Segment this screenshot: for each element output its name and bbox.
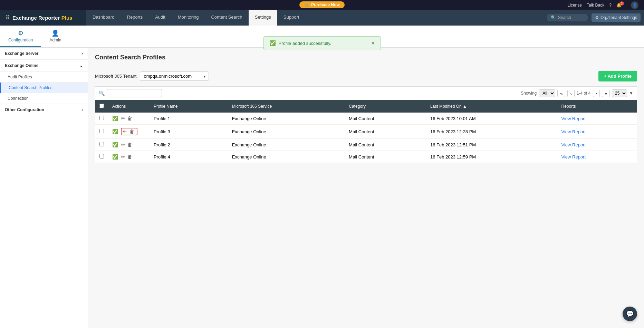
last-page-button[interactable]: »: [602, 90, 610, 97]
success-banner: ✅ Profile added successfully. ✕: [263, 48, 381, 50]
purchase-bar: 🛒 Purchase Now License Talk Back ? 🔔2 👤: [0, 0, 644, 10]
category-cell: Mail Content: [345, 151, 426, 163]
floating-help-button[interactable]: 💬: [623, 307, 637, 321]
user-avatar[interactable]: 👤: [631, 1, 638, 9]
first-page-button[interactable]: «: [557, 90, 565, 97]
service-header: Microsoft 365 Service: [228, 100, 345, 113]
table-search-input[interactable]: [107, 89, 162, 97]
prev-page-button[interactable]: ‹: [567, 90, 574, 97]
select-all-checkbox[interactable]: [99, 104, 104, 108]
grid-icon: ⠿: [6, 15, 10, 21]
row-checkbox-0[interactable]: [99, 116, 104, 120]
activate-icon-0[interactable]: ✅: [112, 116, 118, 121]
select-all-header: [95, 100, 108, 113]
talk-back-link[interactable]: Talk Back: [587, 3, 604, 8]
sidebar-item-audit-profiles[interactable]: Audit Profiles: [0, 72, 88, 83]
last-modified-cell: 16 Feb 2023 12:59 PM: [426, 151, 557, 163]
actions-cell: ✅ ✏ 🗑: [108, 113, 150, 125]
view-report-link-0[interactable]: View Report: [561, 116, 586, 121]
help-link[interactable]: ?: [609, 3, 612, 8]
sidebar-item-connection[interactable]: Connection: [0, 93, 88, 104]
cart-icon: 🛒: [304, 2, 309, 7]
edit-icon-3[interactable]: ✏: [121, 154, 125, 160]
tenant-select-wrapper: ompqa.onmicrosoft.com: [140, 71, 209, 81]
category-cell: Mail Content: [345, 113, 426, 125]
actions-cell: ✅ ✏ 🗑: [108, 151, 150, 163]
tab-support[interactable]: Support: [277, 10, 306, 26]
per-page-select[interactable]: 25: [612, 89, 627, 97]
chevron-down-icon: ⌄: [79, 63, 83, 68]
org-tenant-settings-button[interactable]: ⚙ Org/Tenant Settings: [592, 13, 641, 22]
profile-name-cell: Profile 2: [150, 139, 228, 151]
tab-audit[interactable]: Audit: [149, 10, 172, 26]
last-modified-header[interactable]: Last Modified On ▲: [426, 100, 557, 113]
report-cell: View Report: [557, 125, 637, 139]
tab-dashboard[interactable]: Dashboard: [86, 10, 121, 26]
sidebar-exchange-online[interactable]: Exchange Online ⌄: [0, 60, 88, 72]
edit-icon-2[interactable]: ✏: [121, 142, 125, 147]
sub-tab-admin[interactable]: 👤 Admin: [41, 26, 69, 47]
tab-settings[interactable]: Settings: [249, 10, 277, 26]
sidebar-item-content-search-profiles[interactable]: Content Search Profiles: [0, 83, 88, 93]
last-modified-cell: 16 Feb 2023 12:28 PM: [426, 125, 557, 139]
row-checkbox-1[interactable]: [99, 129, 104, 133]
add-profile-button[interactable]: + Add Profile: [598, 71, 637, 81]
delete-icon-2[interactable]: 🗑: [127, 142, 132, 147]
content-area: Exchange Server › Exchange Online ⌄ Audi…: [0, 48, 644, 328]
tab-reports[interactable]: Reports: [121, 10, 149, 26]
activate-icon-3[interactable]: ✅: [112, 154, 118, 160]
admin-icon: 👤: [51, 29, 59, 37]
profile-name-header: Profile Name: [150, 100, 228, 113]
config-icon: ⚙: [18, 29, 23, 37]
profiles-table: Actions Profile Name Microsoft 365 Servi…: [95, 100, 637, 163]
activate-icon-2[interactable]: ✅: [112, 142, 118, 147]
top-right-links: License Talk Back ? 🔔2 👤: [568, 1, 638, 9]
profile-name-cell: Profile 4: [150, 151, 228, 163]
tab-monitoring[interactable]: Monitoring: [172, 10, 205, 26]
reports-header: Reports: [557, 100, 637, 113]
edit-icon-1[interactable]: ✏: [123, 129, 127, 134]
brand-name: Exchange Reporter Plus: [12, 15, 72, 21]
table-row: ✅ ✏ 🗑 Profile 2Exchange OnlineMail Conte…: [95, 139, 637, 151]
service-cell: Exchange Online: [228, 151, 345, 163]
per-page-arrow: ▼: [629, 91, 633, 96]
service-cell: Exchange Online: [228, 125, 345, 139]
row-checkbox-3[interactable]: [99, 154, 104, 158]
showing-select[interactable]: All: [539, 89, 555, 97]
delete-icon-1[interactable]: 🗑: [129, 129, 134, 134]
chat-icon: 💬: [626, 310, 634, 318]
actions-header: Actions: [108, 100, 150, 113]
sidebar-other-configuration[interactable]: Other Configuration ›: [0, 104, 88, 116]
sidebar: Exchange Server › Exchange Online ⌄ Audi…: [0, 48, 88, 328]
row-checkbox-2[interactable]: [99, 142, 104, 146]
showing-label: Showing: [521, 91, 537, 96]
activate-icon-1[interactable]: ✅: [112, 129, 118, 134]
license-link[interactable]: License: [568, 3, 582, 8]
category-cell: Mail Content: [345, 139, 426, 151]
tab-content-search[interactable]: Content Search: [205, 10, 248, 26]
view-report-link-2[interactable]: View Report: [561, 142, 586, 147]
tenant-label: Microsoft 365 Tenant: [95, 74, 136, 79]
tenant-select[interactable]: ompqa.onmicrosoft.com: [140, 71, 209, 81]
search-table-icon: 🔍: [99, 90, 105, 96]
pagination-area: Showing All « ‹ 1-4 of 4 › » 25 ▼: [521, 89, 633, 97]
delete-icon-3[interactable]: 🗑: [127, 154, 132, 160]
sub-tab-configuration[interactable]: ⚙ Configuration: [0, 26, 41, 47]
nav-search-box[interactable]: 🔍 Search: [547, 14, 588, 21]
actions-cell: ✅ ✏ 🗑: [108, 125, 150, 139]
nav-right: 🔍 Search ⚙ Org/Tenant Settings: [547, 10, 644, 26]
actions-cell: ✅ ✏ 🗑: [108, 139, 150, 151]
delete-icon-0[interactable]: 🗑: [127, 116, 132, 121]
edit-icon-0[interactable]: ✏: [121, 116, 125, 121]
page-title: Content Search Profiles: [95, 54, 165, 61]
view-report-link-1[interactable]: View Report: [561, 129, 586, 134]
sidebar-exchange-server[interactable]: Exchange Server ›: [0, 48, 88, 60]
purchase-now-button[interactable]: 🛒 Purchase Now: [299, 1, 345, 8]
service-cell: Exchange Online: [228, 139, 345, 151]
gear-icon: ⚙: [595, 15, 599, 20]
service-cell: Exchange Online: [228, 113, 345, 125]
notification-icon[interactable]: 🔔2: [616, 3, 626, 8]
next-page-button[interactable]: ›: [593, 90, 600, 97]
category-cell: Mail Content: [345, 125, 426, 139]
view-report-link-3[interactable]: View Report: [561, 154, 586, 160]
